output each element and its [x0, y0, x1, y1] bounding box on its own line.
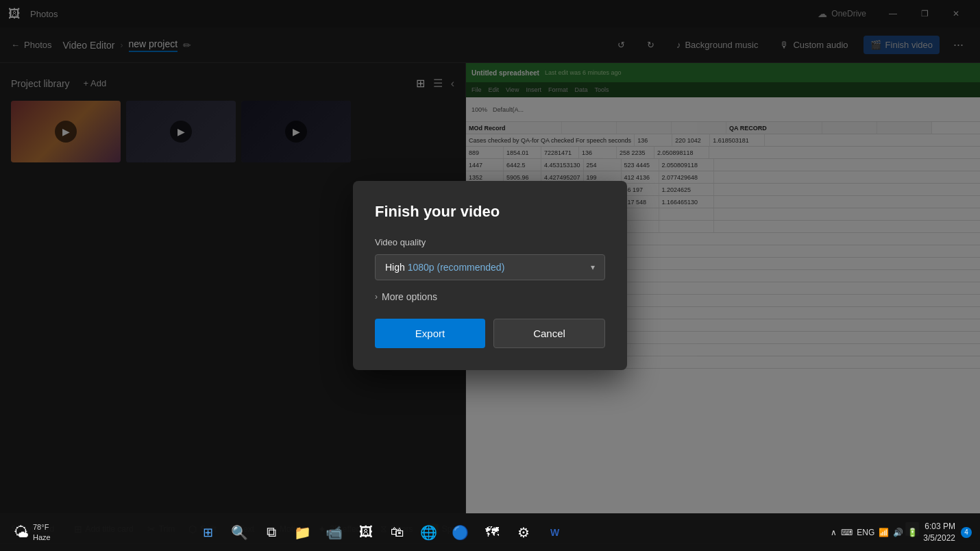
battery-icon[interactable]: 🔋: [907, 528, 918, 537]
taskbar: 🌤 78°F Haze ⊞ 🔍 ⧉ 📁 📹 🖼 🛍 🌐: [0, 513, 980, 551]
language-indicator: ENG: [857, 528, 874, 537]
teams-button[interactable]: 📹: [320, 518, 349, 547]
search-icon: 🔍: [231, 524, 248, 541]
dialog-title: Finish your video: [375, 203, 605, 221]
keyboard-icon[interactable]: ⌨: [841, 528, 853, 537]
taskbar-left: 🌤 78°F Haze: [8, 522, 62, 542]
chevron-right-icon: ›: [375, 292, 378, 302]
volume-icon[interactable]: 🔊: [893, 528, 903, 537]
more-options-label: More options: [382, 291, 437, 302]
taskbar-center: ⊞ 🔍 ⧉ 📁 📹 🖼 🛍 🌐 🔵 🗺 ⚙: [194, 518, 569, 547]
wifi-icon[interactable]: 📶: [879, 528, 889, 537]
quality-label: Video quality: [375, 237, 605, 247]
photos-app-button[interactable]: 🖼: [352, 518, 380, 547]
weather-icon: 🌤: [14, 524, 29, 541]
video-quality-select[interactable]: High 1080p (recommended) ▾: [375, 254, 605, 280]
task-view-button[interactable]: ⧉: [257, 518, 286, 547]
word-button[interactable]: W: [541, 518, 569, 547]
edge-button[interactable]: 🌐: [415, 518, 443, 547]
windows-logo-icon: ⊞: [203, 525, 213, 540]
more-options-toggle[interactable]: › More options: [375, 291, 605, 302]
teams-icon: 📹: [326, 524, 343, 541]
clock-time: 6:03 PM: [923, 521, 955, 532]
folder-icon: 📁: [294, 524, 311, 541]
photos-taskbar-icon: 🖼: [359, 524, 373, 540]
maps-icon: 🗺: [485, 524, 499, 540]
store-icon: 🛍: [391, 524, 404, 540]
maps-button[interactable]: 🗺: [478, 518, 506, 547]
notification-badge[interactable]: 4: [961, 527, 972, 538]
clock-date: 3/5/2022: [923, 532, 955, 544]
temperature: 78°F: [33, 522, 51, 532]
dropdown-arrow-icon: ▾: [591, 262, 595, 272]
file-explorer-button[interactable]: 📁: [289, 518, 317, 547]
word-icon: W: [550, 527, 559, 538]
export-button[interactable]: Export: [375, 319, 485, 348]
cancel-button[interactable]: Cancel: [493, 319, 605, 348]
weather-text: 78°F Haze: [33, 522, 51, 542]
store-button[interactable]: 🛍: [383, 518, 412, 547]
condition: Haze: [33, 532, 51, 542]
expand-tray-button[interactable]: ∧: [831, 528, 837, 537]
dialog-buttons: Export Cancel: [375, 319, 605, 348]
finish-video-dialog: Finish your video Video quality High 108…: [353, 181, 627, 370]
chrome-icon: 🔵: [452, 524, 469, 541]
weather-widget[interactable]: 🌤 78°F Haze: [8, 522, 56, 542]
settings-icon: ⚙: [517, 524, 530, 541]
task-view-icon: ⧉: [267, 524, 276, 540]
taskbar-right: ∧ ⌨ ENG 📶 🔊 🔋 6:03 PM 3/5/2022 4: [831, 521, 972, 544]
chrome-button[interactable]: 🔵: [446, 518, 475, 547]
clock[interactable]: 6:03 PM 3/5/2022: [923, 521, 955, 544]
edge-icon: 🌐: [420, 524, 437, 541]
settings-button[interactable]: ⚙: [509, 518, 538, 547]
start-button[interactable]: ⊞: [194, 518, 223, 547]
search-button[interactable]: 🔍: [225, 518, 254, 547]
modal-overlay: Finish your video Video quality High 108…: [0, 0, 980, 551]
quality-value: High 1080p (recommended): [385, 262, 504, 273]
system-tray: ∧ ⌨ ENG 📶 🔊 🔋: [831, 528, 918, 537]
